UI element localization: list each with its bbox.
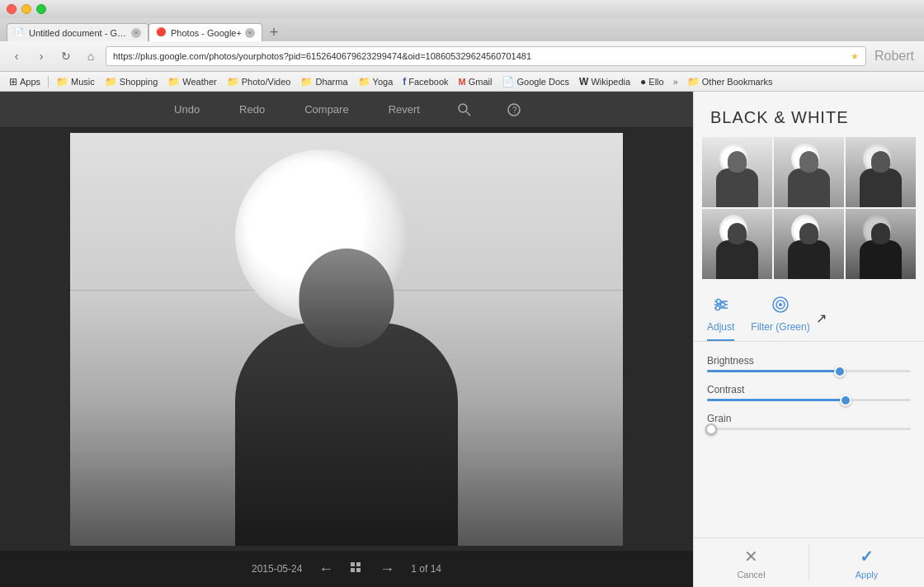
bookmarks-bar: ⊞ Apps 📁 Music 📁 Shopping 📁 Weather 📁 Ph… <box>0 72 924 92</box>
filter-thumb-5[interactable] <box>774 209 844 279</box>
address-bar[interactable]: https://plus.google.com/photos/yourphoto… <box>106 46 866 66</box>
filter-thumb-3[interactable] <box>846 137 916 207</box>
apply-label: Apply <box>856 570 879 580</box>
filter-person-head <box>728 223 747 244</box>
grain-thumb[interactable] <box>705 424 717 435</box>
prev-photo-button[interactable]: ← <box>318 561 333 578</box>
tab-photos-label: Photos - Google+ <box>171 28 242 38</box>
photo-editor: Undo Redo Compare Revert ? <box>0 92 693 587</box>
svg-rect-5 <box>356 562 361 566</box>
forward-button[interactable]: › <box>31 46 51 66</box>
more-bookmarks-button[interactable]: » <box>670 75 681 88</box>
svg-point-0 <box>459 104 467 112</box>
filter-thumb-2[interactable] <box>774 137 844 207</box>
filter-thumb-bg <box>702 137 772 207</box>
maximize-button[interactable] <box>36 4 46 14</box>
separator <box>48 76 49 88</box>
bookmark-photovideo[interactable]: 📁 Photo/Video <box>223 74 295 89</box>
search-icon-button[interactable] <box>453 98 476 121</box>
svg-line-1 <box>466 111 470 116</box>
right-panel: BLACK & WHITE <box>693 92 924 587</box>
apps-label: Apps <box>20 77 40 87</box>
filter-person-body <box>788 168 830 207</box>
user-name[interactable]: Robert <box>871 49 917 64</box>
grain-slider[interactable] <box>707 428 911 430</box>
filter-thumb-1[interactable] <box>702 137 772 207</box>
compare-button[interactable]: Compare <box>298 100 355 119</box>
filter-person-body <box>716 240 758 279</box>
tab-photos[interactable]: 🔴 Photos - Google+ × <box>148 23 262 41</box>
tab-adjust[interactable]: Adjust <box>707 296 734 341</box>
brightness-fill <box>707 370 840 372</box>
adjust-icon <box>712 296 730 318</box>
bookmark-shopping[interactable]: 📁 Shopping <box>101 74 163 89</box>
tab-photos-close[interactable]: × <box>245 28 255 38</box>
home-button[interactable]: ⌂ <box>81 46 101 66</box>
filter-person-head <box>871 151 891 173</box>
filter-thumb-bg <box>846 137 916 207</box>
bookmark-ello[interactable]: ● Ello <box>636 74 668 89</box>
filter-thumb-4[interactable] <box>702 209 772 279</box>
new-tab-button[interactable]: + <box>262 23 285 41</box>
filter-thumb-bg <box>702 209 772 279</box>
folder-icon: 📁 <box>358 76 370 88</box>
wikipedia-icon: W <box>579 76 588 88</box>
close-button[interactable] <box>7 4 16 14</box>
star-icon[interactable]: ★ <box>851 51 859 62</box>
bookmark-apps[interactable]: ⊞ Apps <box>5 74 45 89</box>
bookmark-gmail[interactable]: M Gmail <box>455 75 497 88</box>
minimize-button[interactable] <box>21 4 31 14</box>
contrast-fill <box>707 399 846 401</box>
cancel-button[interactable]: ✕ Cancel <box>694 538 808 587</box>
undo-button[interactable]: Undo <box>167 100 206 119</box>
contrast-label: Contrast <box>707 384 911 395</box>
apply-button[interactable]: ✓ Apply <box>809 538 924 587</box>
gmail-label: Gmail <box>469 77 493 87</box>
bookmark-weather[interactable]: 📁 Weather <box>163 74 220 89</box>
facebook-icon: f <box>403 76 406 88</box>
contrast-thumb[interactable] <box>840 395 851 406</box>
apps-icon: ⊞ <box>9 76 17 88</box>
bookmark-facebook[interactable]: f Facebook <box>398 74 452 89</box>
folder-icon: 📁 <box>56 76 68 88</box>
person-head <box>299 249 394 348</box>
revert-button[interactable]: Revert <box>382 100 427 119</box>
tab-docs-icon: 📄 <box>14 27 26 39</box>
googledocs-label: Google Docs <box>516 77 569 87</box>
contrast-slider[interactable] <box>707 399 911 401</box>
person-body <box>235 323 458 546</box>
apply-icon: ✓ <box>860 547 874 566</box>
refresh-button[interactable]: ↻ <box>56 46 76 66</box>
filter-thumb-bg <box>846 209 916 279</box>
svg-point-13 <box>715 306 719 310</box>
bookmark-googledocs[interactable]: 📄 Google Docs <box>497 74 573 89</box>
titlebar <box>0 0 924 18</box>
grid-view-button[interactable] <box>350 561 363 577</box>
folder-icon: 📁 <box>105 76 117 88</box>
tab-docs-close[interactable]: × <box>131 28 141 38</box>
browser-chrome: ‹ › ↻ ⌂ https://plus.google.com/photos/y… <box>0 41 924 72</box>
redo-button[interactable]: Redo <box>233 100 271 119</box>
tab-photos-icon: 🔴 <box>156 27 167 39</box>
tab-filter[interactable]: Filter (Green) <box>751 296 809 341</box>
help-icon-button[interactable]: ? <box>502 98 526 121</box>
bookmark-yoga[interactable]: 📁 Yoga <box>354 74 398 89</box>
main-area: Undo Redo Compare Revert ? <box>0 92 924 587</box>
bookmark-wikipedia[interactable]: W Wikipedia <box>575 74 634 89</box>
svg-point-12 <box>720 303 724 307</box>
bookmark-music[interactable]: 📁 Music <box>52 74 99 89</box>
next-photo-button[interactable]: → <box>380 561 394 578</box>
filter-label: Filter (Green) <box>751 321 809 333</box>
filter-person-body <box>860 168 902 207</box>
svg-rect-4 <box>351 562 355 566</box>
bookmark-dharma[interactable]: 📁 Dharma <box>296 74 351 89</box>
filter-person-head <box>871 223 891 244</box>
filter-thumb-6[interactable] <box>846 209 916 279</box>
bookmark-other[interactable]: 📁 Other Bookmarks <box>683 74 777 89</box>
brightness-slider[interactable] <box>707 370 911 372</box>
back-button[interactable]: ‹ <box>7 46 26 66</box>
folder-icon: 📁 <box>300 76 313 88</box>
tab-docs[interactable]: 📄 Untitled document - Goog... × <box>7 23 148 41</box>
cursor-icon: ↗ <box>816 310 827 326</box>
brightness-thumb[interactable] <box>834 366 846 377</box>
